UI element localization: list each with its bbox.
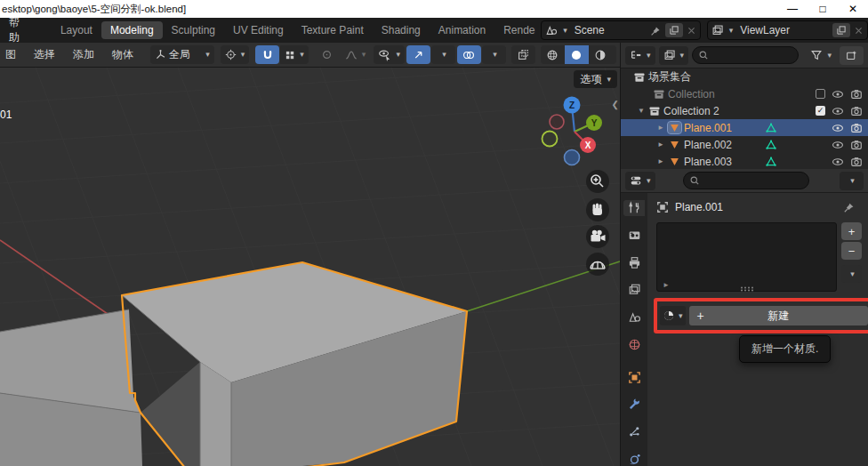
axis-neg-x-ball[interactable] (550, 115, 564, 129)
object-menu[interactable]: 物体 (104, 47, 141, 62)
pivot-point-dropdown[interactable]: ▾ (221, 45, 250, 64)
workspace-tab-uv-editing[interactable]: UV Editing (224, 21, 293, 39)
shading-wireframe-button[interactable] (541, 45, 565, 64)
eye-icon[interactable] (832, 122, 844, 134)
exclude-checkbox[interactable] (816, 89, 825, 99)
outliner-filter-dropdown[interactable]: ▾ (806, 46, 836, 65)
slot-specials-dropdown[interactable]: ▾ (841, 265, 862, 283)
sidebar-collapse-arrow[interactable]: ❮ (612, 100, 619, 109)
workspace-tab-animation[interactable]: Animation (430, 21, 494, 39)
eye-icon[interactable] (832, 156, 844, 168)
expand-arrow-icon[interactable]: ► (656, 124, 665, 132)
material-slot-list[interactable]: ► (656, 222, 837, 292)
zoom-button[interactable] (586, 170, 609, 193)
axis-neg-y-ball[interactable] (542, 132, 558, 147)
add-slot-button[interactable]: + (841, 222, 862, 240)
tab-view-layer[interactable] (623, 282, 645, 298)
new-collection-button[interactable] (840, 46, 864, 65)
close-button[interactable]: ✕ (838, 1, 868, 17)
proportional-editing-button[interactable] (315, 45, 339, 64)
overlays-dropdown[interactable]: ▾ (482, 45, 506, 64)
scene-selector[interactable]: ▾ Scene (541, 20, 701, 40)
eye-icon[interactable] (832, 139, 844, 151)
breadcrumb-object-name[interactable]: Plane.001 (675, 201, 723, 213)
properties-search-input[interactable] (683, 172, 809, 189)
snap-toggle-button[interactable] (255, 45, 279, 64)
navigation-gizmo[interactable]: Z Y X (542, 97, 603, 165)
camera-icon[interactable] (850, 105, 863, 117)
view-layer-selector[interactable]: ▾ ViewLayer (707, 20, 868, 40)
tab-physics[interactable] (623, 451, 645, 466)
pin-icon[interactable] (650, 25, 662, 36)
shading-rendered-button[interactable] (613, 45, 616, 64)
mesh-data-icon[interactable] (765, 139, 777, 151)
new-view-layer-button[interactable] (832, 23, 850, 37)
gizmos-dropdown[interactable]: ▾ (431, 45, 455, 64)
tab-output[interactable] (623, 254, 645, 270)
new-scene-button[interactable] (665, 23, 683, 37)
outliner-row-plane-002[interactable]: ► Plane.002 (621, 136, 868, 153)
workspace-tab-sculpting[interactable]: Sculpting (163, 21, 224, 39)
outliner-display-mode-dropdown[interactable]: ▾ (625, 46, 655, 65)
outliner-row-scene-collection[interactable]: 场景集合 (621, 68, 868, 85)
workspace-tab-shading[interactable]: Shading (373, 21, 430, 39)
camera-icon[interactable] (850, 88, 863, 100)
tab-particles[interactable] (623, 424, 645, 440)
workspace-tab-rendering[interactable]: Renderi (494, 21, 535, 39)
tab-render[interactable] (623, 228, 645, 244)
mesh-objects[interactable] (0, 262, 467, 466)
add-menu[interactable]: 添加 (65, 47, 102, 62)
remove-slot-button[interactable]: − (841, 242, 862, 260)
proportional-falloff-dropdown[interactable]: ▾ (341, 45, 371, 64)
shading-solid-button[interactable] (565, 45, 589, 64)
viewport-canvas[interactable]: Z Y X (0, 68, 620, 466)
options-dropdown[interactable]: 选项 ▾ (574, 70, 617, 88)
browse-material-dropdown[interactable]: ▾ (660, 306, 686, 325)
tab-tool[interactable] (623, 200, 645, 216)
maximize-button[interactable]: □ (808, 1, 838, 17)
pin-icon[interactable] (843, 201, 856, 213)
unlink-scene-icon[interactable] (687, 26, 696, 36)
view-layer-name[interactable]: ViewLayer (736, 24, 829, 36)
exclude-checkbox[interactable]: ✓ (816, 106, 825, 116)
scene-name[interactable]: Scene (571, 24, 647, 36)
workspace-tab-layout[interactable]: Layout (52, 21, 101, 39)
mesh-data-icon[interactable] (765, 122, 777, 134)
mesh-data-icon[interactable] (765, 156, 777, 168)
axis-neg-z-ball[interactable] (565, 150, 580, 165)
shading-material-button[interactable] (589, 45, 613, 64)
outliner-filter-mode-dropdown[interactable]: ▾ (659, 46, 689, 65)
expand-arrow-icon[interactable]: ► (656, 157, 665, 165)
tab-world[interactable] (623, 337, 645, 353)
show-gizmo-dropdown[interactable]: ▾ (374, 45, 405, 64)
outliner-row-collection-2[interactable]: ▼ Collection 2 ✓ (621, 102, 868, 119)
xray-toggle-button[interactable] (511, 45, 535, 64)
editor-type-dropdown[interactable]: ▾ (625, 172, 655, 190)
eye-icon[interactable] (832, 105, 844, 117)
minimize-button[interactable]: — (777, 1, 808, 17)
camera-icon[interactable] (850, 139, 863, 151)
workspace-tab-modeling[interactable]: Modeling (101, 21, 163, 39)
viewport-nav-buttons[interactable] (586, 170, 609, 276)
camera-icon[interactable] (850, 156, 863, 168)
3d-viewport[interactable]: Z Y X (0, 68, 620, 466)
tab-modifiers[interactable] (623, 397, 645, 413)
gizmos-toggle-button[interactable] (406, 45, 430, 64)
outliner-row-collection[interactable]: Collection (621, 85, 868, 102)
eye-icon[interactable] (832, 88, 844, 100)
expand-arrow-icon[interactable]: ► (656, 141, 665, 149)
new-material-button[interactable]: + 新建 (689, 306, 868, 325)
camera-icon[interactable] (850, 122, 863, 134)
workspace-tab-texture-paint[interactable]: Texture Paint (293, 21, 373, 39)
resize-grip-icon[interactable] (740, 286, 754, 292)
overlays-toggle-button[interactable] (457, 45, 481, 64)
outliner-row-plane-003[interactable]: ► Plane.003 (621, 153, 868, 170)
collapse-arrow-icon[interactable]: ▼ (637, 107, 646, 115)
view-menu[interactable]: 图 (4, 47, 24, 62)
select-menu[interactable]: 选择 (26, 47, 63, 62)
outliner-search-input[interactable] (692, 46, 799, 64)
tab-object[interactable] (623, 369, 645, 385)
properties-options-dropdown[interactable]: ▾ (840, 172, 864, 190)
help-menu[interactable]: 帮助 (0, 15, 37, 45)
remove-view-layer-icon[interactable] (854, 26, 864, 36)
